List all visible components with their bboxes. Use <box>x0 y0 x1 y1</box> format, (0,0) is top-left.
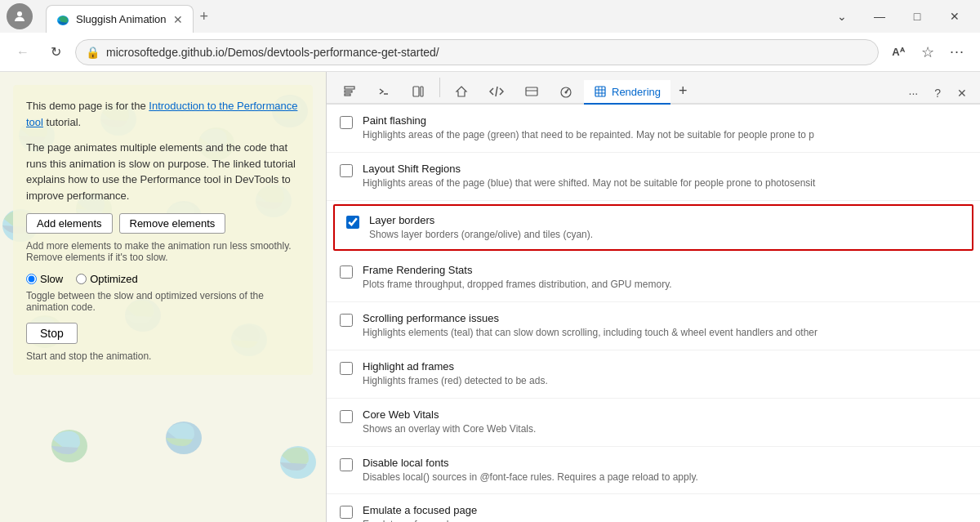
devtools-more-button[interactable]: ··· <box>902 83 925 103</box>
tab-elements[interactable] <box>333 80 366 105</box>
optimized-radio-input[interactable] <box>76 274 87 284</box>
tab-rendering[interactable]: Rendering <box>584 80 670 105</box>
more-options-button[interactable]: ··· <box>944 39 970 65</box>
render-title-paint-flashing: Paint flashing <box>363 114 967 127</box>
svg-point-13 <box>51 430 87 462</box>
checkbox-scrolling-perf[interactable] <box>340 314 353 327</box>
render-text-emulate-focused: Emulate a focused pageEmulates a focused… <box>363 504 967 522</box>
tab-sources[interactable] <box>402 80 434 105</box>
render-title-frame-rendering: Frame Rendering Stats <box>363 264 967 276</box>
tab-home[interactable] <box>445 80 478 105</box>
add-tab-button[interactable]: + <box>672 79 694 105</box>
svg-point-0 <box>17 11 22 16</box>
svg-rect-21 <box>421 87 423 96</box>
elements-icon <box>343 85 356 98</box>
devtools-tab-bar: Rendering + ··· ? ✕ <box>327 72 980 105</box>
svg-rect-24 <box>526 87 537 96</box>
network-icon <box>525 85 538 98</box>
rendering-item-disable-local-fonts: Disable local fontsDisables local() sour… <box>327 447 980 495</box>
tab-title: Sluggish Animation <box>76 13 167 25</box>
new-tab-button[interactable]: + <box>194 5 216 29</box>
checkbox-layer-borders[interactable] <box>346 216 359 229</box>
maximize-button[interactable]: □ <box>898 3 936 29</box>
remove-elements-button[interactable]: Remove elements <box>119 213 226 234</box>
address-bar[interactable]: 🔒 microsoftedge.github.io/Demos/devtools… <box>75 39 879 65</box>
back-button[interactable]: ← <box>10 39 36 65</box>
render-desc-paint-flashing: Highlights areas of the page (green) tha… <box>363 128 918 142</box>
btn-hint-text: Add more elements to make the animation … <box>26 240 300 263</box>
devtools-help-button[interactable]: ? <box>928 83 947 103</box>
body-text: The page animates multiple elements and … <box>26 140 300 203</box>
home-icon <box>455 85 468 98</box>
rendering-item-emulate-focused: Emulate a focused pageEmulates a focused… <box>327 494 980 522</box>
rendering-item-layer-borders: Layer bordersShows layer borders (orange… <box>333 204 973 252</box>
render-desc-layout-shift: Highlights areas of the page (blue) that… <box>363 176 918 190</box>
render-desc-emulate-focused: Emulates a focused page. <box>363 518 918 522</box>
console-icon <box>377 85 390 98</box>
tab-bar: Sluggish Animation ✕ + <box>39 0 817 33</box>
svg-rect-20 <box>413 87 419 96</box>
window-controls: ⌄ — □ ✕ <box>823 3 973 29</box>
refresh-button[interactable]: ↻ <box>42 39 69 65</box>
devtools-tab-actions: ··· ? ✕ <box>902 83 973 103</box>
tab-network[interactable] <box>515 80 548 105</box>
rendering-tab-label: Rendering <box>612 86 661 98</box>
optimized-radio-label[interactable]: Optimized <box>76 273 138 285</box>
close-button[interactable]: ✕ <box>936 3 973 29</box>
render-desc-frame-rendering: Plots frame throughput, dropped frames d… <box>363 278 918 292</box>
tab-code[interactable] <box>479 80 514 105</box>
checkbox-highlight-ad[interactable] <box>340 362 353 375</box>
browser-tab[interactable]: Sluggish Animation ✕ <box>46 5 194 33</box>
render-desc-highlight-ad: Highlights frames (red) detected to be a… <box>363 374 918 388</box>
profile-icon[interactable] <box>7 3 33 29</box>
reader-view-button[interactable]: Aᴬ <box>885 39 911 65</box>
checkbox-layout-shift[interactable] <box>340 164 353 177</box>
rendering-item-highlight-ad: Highlight ad framesHighlights frames (re… <box>327 350 980 399</box>
render-title-emulate-focused: Emulate a focused page <box>363 504 967 516</box>
animation-mode-radio: Slow Optimized <box>26 273 300 285</box>
render-text-scrolling-perf: Scrolling performance issuesHighlights e… <box>363 312 967 340</box>
render-title-core-web-vitals: Core Web Vitals <box>363 408 967 421</box>
chevron-down-button[interactable]: ⌄ <box>823 3 861 29</box>
slow-radio-input[interactable] <box>26 274 37 284</box>
svg-line-23 <box>496 87 497 96</box>
render-desc-layer-borders: Shows layer borders (orange/olive) and t… <box>369 228 924 242</box>
svg-marker-22 <box>457 87 466 96</box>
rendering-icon <box>594 85 607 98</box>
checkbox-frame-rendering[interactable] <box>340 265 353 279</box>
favorites-button[interactable]: ☆ <box>915 39 941 65</box>
webpage-panel: This demo page is for the Introduction t… <box>0 72 327 522</box>
nav-bar: ← ↻ 🔒 microsoftedge.github.io/Demos/devt… <box>0 33 980 72</box>
tab-performance[interactable] <box>550 80 582 105</box>
checkbox-paint-flashing[interactable] <box>340 116 353 129</box>
tab-separator <box>439 78 440 97</box>
element-buttons: Add elements Remove elements <box>26 213 300 234</box>
devtools-close-button[interactable]: ✕ <box>951 83 973 103</box>
lock-icon: 🔒 <box>86 46 100 59</box>
svg-rect-18 <box>345 94 350 96</box>
svg-point-15 <box>280 446 316 479</box>
minimize-button[interactable]: — <box>861 3 898 29</box>
tab-console[interactable] <box>368 80 400 105</box>
checkbox-emulate-focused[interactable] <box>340 506 353 519</box>
render-title-layout-shift: Layout Shift Regions <box>363 163 967 175</box>
stop-hint-text: Start and stop the animation. <box>26 350 300 362</box>
intro-text: This demo page is for the Introduction t… <box>26 98 300 130</box>
devtools-panel: Rendering + ··· ? ✕ Paint flashingHighli… <box>327 72 980 522</box>
render-desc-core-web-vitals: Shows an overlay with Core Web Vitals. <box>363 422 918 436</box>
checkbox-disable-local-fonts[interactable] <box>340 458 353 471</box>
slow-radio-label[interactable]: Slow <box>26 273 63 285</box>
render-text-paint-flashing: Paint flashingHighlights areas of the pa… <box>363 114 967 142</box>
nav-actions: Aᴬ ☆ ··· <box>885 39 970 65</box>
radio-hint-text: Toggle between the slow and optimized ve… <box>26 290 300 313</box>
render-title-scrolling-perf: Scrolling performance issues <box>363 312 967 324</box>
stop-button[interactable]: Stop <box>26 323 78 344</box>
add-elements-button[interactable]: Add elements <box>26 213 113 234</box>
edge-logo-icon <box>56 13 69 26</box>
tab-close-btn[interactable]: ✕ <box>173 13 183 26</box>
render-title-highlight-ad: Highlight ad frames <box>363 360 967 373</box>
svg-point-28 <box>565 91 568 94</box>
render-text-highlight-ad: Highlight ad framesHighlights frames (re… <box>363 360 967 388</box>
sources-icon <box>412 85 425 98</box>
checkbox-core-web-vitals[interactable] <box>340 410 353 423</box>
